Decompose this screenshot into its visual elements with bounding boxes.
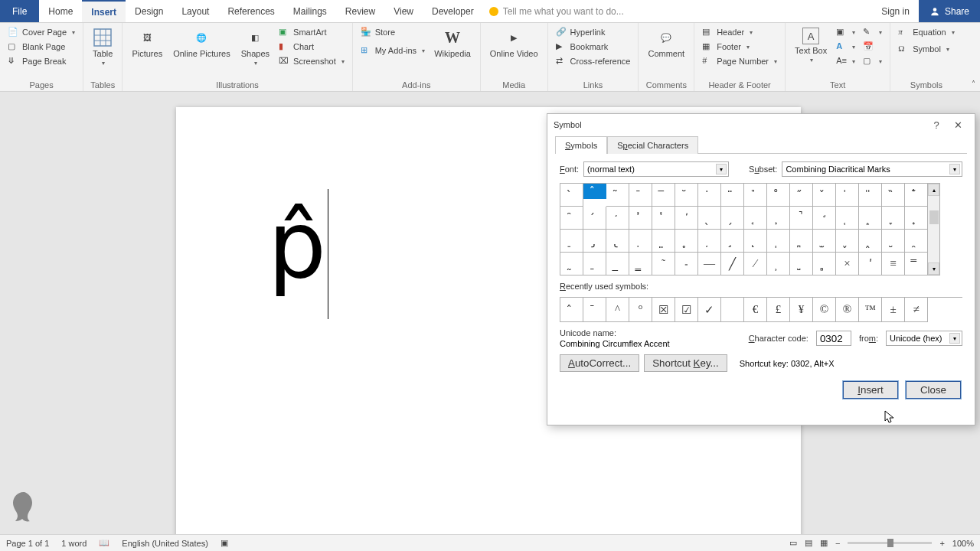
font-select[interactable]: (normal text)▾: [583, 161, 729, 177]
tab-references[interactable]: References: [218, 0, 283, 22]
help-button[interactable]: ?: [926, 119, 947, 131]
store-button[interactable]: 🏪Store: [359, 26, 426, 38]
tab-review[interactable]: Review: [336, 0, 384, 22]
screenshot-button[interactable]: ⌧Screenshot▾: [277, 55, 346, 67]
charcode-input[interactable]: [816, 331, 851, 346]
symbol-cell[interactable]: ̨: [744, 230, 767, 253]
symbol-grid[interactable]: ̡̢̧̛̖̗̘̙̜̝̞̟̠̣̤̥̦̀̂̃̄̅̆̇̈̉̊̋̌̍̎̏̐̑́̒̓̔̕̚…: [560, 183, 928, 276]
symbol-cell[interactable]: ̗: [721, 207, 744, 230]
web-layout-icon[interactable]: ▦: [820, 538, 828, 548]
symbol-cell[interactable]: ̿: [905, 253, 928, 276]
symbol-cell[interactable]: ̬: [836, 230, 859, 253]
symbol-cell[interactable]: ̀: [560, 184, 583, 207]
pictures-button[interactable]: 🖼Pictures: [129, 26, 165, 60]
symbol-cell[interactable]: ̝: [859, 207, 882, 230]
symbol-cell[interactable]: ̂: [583, 184, 606, 199]
symbol-cell[interactable]: ̘: [744, 207, 767, 230]
zoom-thumb[interactable]: [887, 539, 893, 547]
signature-button[interactable]: ✎▾: [861, 26, 884, 38]
symbol-cell[interactable]: ̭: [859, 230, 882, 253]
symbol-cell[interactable]: ̳: [629, 253, 652, 276]
wordart-button[interactable]: A▾: [835, 41, 857, 53]
recent-symbol-cell[interactable]: ©: [813, 298, 836, 322]
symbol-cell[interactable]: ̖: [698, 207, 721, 230]
tab-layout[interactable]: Layout: [172, 0, 218, 22]
header-button[interactable]: ▤Header▾: [701, 26, 779, 38]
symbol-cell[interactable]: ̓: [629, 207, 652, 230]
recent-symbol-cell[interactable]: ̂: [560, 298, 583, 322]
zoom-in-icon[interactable]: +: [939, 539, 944, 548]
tab-home[interactable]: Home: [39, 0, 82, 22]
symbol-cell[interactable]: ≡: [882, 253, 905, 276]
tab-mailings[interactable]: Mailings: [284, 0, 336, 22]
symbol-cell[interactable]: ̛: [813, 207, 836, 230]
recent-symbol-cell[interactable]: ✓: [698, 298, 721, 322]
symbol-cell[interactable]: ̐: [905, 184, 928, 207]
online-video-button[interactable]: ▶Online Video: [487, 26, 541, 60]
close-dialog-button[interactable]: Close: [906, 381, 961, 399]
symbol-cell[interactable]: ̮: [882, 230, 905, 253]
cover-page-button[interactable]: 📄Cover Page▾: [6, 26, 77, 38]
symbol-cell[interactable]: ̙: [767, 207, 790, 230]
symbol-cell[interactable]: ̡: [583, 230, 606, 253]
tab-insert[interactable]: Insert: [82, 0, 126, 22]
print-layout-icon[interactable]: ▤: [805, 538, 812, 548]
symbol-cell[interactable]: ̣: [629, 230, 652, 253]
datetime-button[interactable]: 📅: [861, 41, 884, 53]
insert-button[interactable]: Insert: [843, 381, 898, 399]
symbol-cell[interactable]: ̠: [560, 230, 583, 253]
recent-symbol-cell[interactable]: ̄: [583, 298, 606, 322]
footer-button[interactable]: ▦Footer▾: [701, 41, 779, 53]
tellme-search[interactable]: Tell me what you want to do...: [483, 0, 873, 22]
read-mode-icon[interactable]: ▭: [789, 538, 797, 548]
symbol-cell[interactable]: ̺: [790, 253, 813, 276]
recent-symbol-cell[interactable]: ^: [606, 298, 629, 322]
symbol-cell[interactable]: ̏: [882, 184, 905, 207]
recent-symbol-cell[interactable]: ☒: [652, 298, 675, 322]
page-break-button[interactable]: ⤋Page Break: [6, 55, 77, 67]
recent-symbol-cell[interactable]: ≠: [905, 298, 928, 322]
symbol-cell[interactable]: ̻: [813, 253, 836, 276]
recent-symbol-cell[interactable]: ®: [836, 298, 859, 322]
chart-button[interactable]: ▮Chart: [277, 41, 346, 53]
symbol-cell[interactable]: ̍: [836, 184, 859, 207]
symbol-cell[interactable]: ̱: [583, 253, 606, 276]
dropcap-button[interactable]: A≡▾: [835, 55, 857, 67]
recent-symbol-cell[interactable]: [721, 298, 744, 322]
symbol-cell[interactable]: ̫: [813, 230, 836, 253]
textbox-button[interactable]: AText Box▾: [792, 26, 830, 65]
symbol-cell[interactable]: ̩: [767, 230, 790, 253]
recent-symbol-cell[interactable]: ™: [859, 298, 882, 322]
from-select[interactable]: Unicode (hex)▾: [886, 331, 962, 346]
symbol-cell[interactable]: ̉: [744, 184, 767, 207]
status-words[interactable]: 1 word: [61, 539, 87, 548]
cross-reference-button[interactable]: ⇄Cross-reference: [554, 55, 632, 67]
symbol-cell[interactable]: ̊: [767, 184, 790, 207]
smartart-button[interactable]: ▣SmartArt: [277, 26, 346, 38]
close-button[interactable]: ✕: [947, 119, 969, 131]
symbol-cell[interactable]: ̌: [813, 184, 836, 207]
symbol-cell[interactable]: ̪: [790, 230, 813, 253]
symbol-cell[interactable]: ̚: [790, 207, 813, 230]
tab-developer[interactable]: Developer: [423, 0, 483, 22]
scroll-thumb[interactable]: [929, 210, 939, 224]
wikipedia-button[interactable]: WWikipedia: [431, 26, 474, 60]
scroll-up-icon[interactable]: ▴: [928, 184, 939, 196]
hyperlink-button[interactable]: 🔗Hyperlink: [554, 26, 632, 38]
tab-file[interactable]: File: [0, 0, 39, 22]
symbol-cell[interactable]: ̈: [721, 184, 744, 207]
object-button[interactable]: ▢▾: [861, 55, 884, 67]
status-page[interactable]: Page 1 of 1: [6, 539, 49, 548]
status-language[interactable]: English (United States): [122, 539, 208, 548]
macro-icon[interactable]: ▣: [220, 538, 228, 548]
symbol-cell[interactable]: ̦: [698, 230, 721, 253]
symbol-cell[interactable]: ̲: [606, 253, 629, 276]
recent-symbols-grid[interactable]: ̂̄^°☒☑✓€£¥©®™±≠: [560, 297, 962, 322]
symbol-cell[interactable]: ̑: [560, 207, 583, 230]
quickparts-button[interactable]: ▣▾: [835, 26, 857, 38]
share-button[interactable]: Share: [919, 0, 980, 22]
symbol-cell[interactable]: —: [698, 253, 721, 276]
symbol-button[interactable]: ΩSymbol▾: [897, 43, 956, 55]
zoom-slider[interactable]: [848, 542, 932, 544]
collapse-ribbon-icon[interactable]: ˄: [972, 80, 975, 88]
